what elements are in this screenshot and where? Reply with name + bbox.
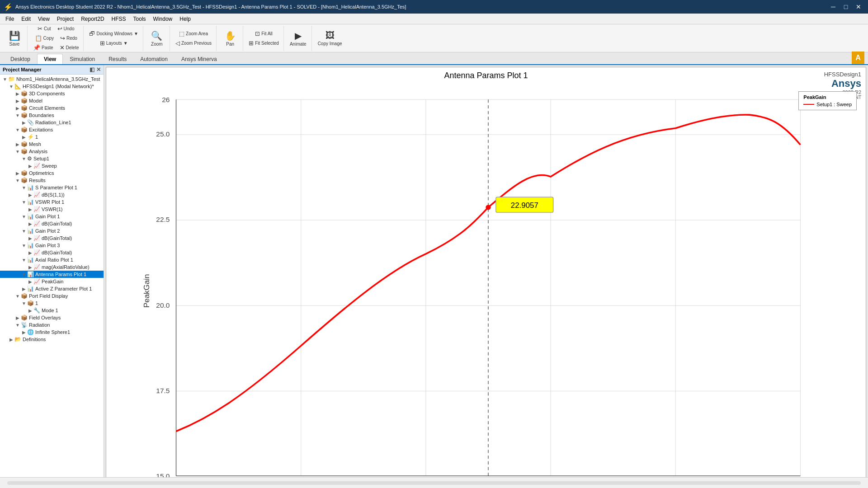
expand-activezplot1[interactable]: ▶ xyxy=(21,286,27,291)
expand-sparamplot1[interactable]: ▼ xyxy=(21,185,27,190)
expand-gainplot1[interactable]: ▼ xyxy=(21,214,27,219)
tree-node-portfield[interactable]: ▼📦Port Field Display xyxy=(0,292,104,300)
expand-gainplot3[interactable]: ▼ xyxy=(21,243,27,248)
tree-node-dbgain2[interactable]: ▶📈dB(GainTotal) xyxy=(0,235,104,242)
tree-node-activezplot1[interactable]: ▶📊Active Z Parameter Plot 1 xyxy=(0,285,104,292)
tree-node-sweep[interactable]: ▶📈Sweep xyxy=(0,162,104,169)
tree-node-mesh[interactable]: ▶📦Mesh xyxy=(0,141,104,148)
expand-analysis[interactable]: ▼ xyxy=(14,149,21,154)
fit-all-button[interactable]: ⊡ Fit All xyxy=(252,29,275,38)
expand-radiation_line1[interactable]: ▶ xyxy=(21,120,27,125)
animate-button[interactable]: ▶ Animate xyxy=(287,29,310,48)
undo-button[interactable]: ↩ Undo xyxy=(55,24,77,33)
expand-axialplot1[interactable]: ▼ xyxy=(21,258,27,263)
menu-item-help[interactable]: Help xyxy=(176,15,194,23)
tree-node-radiation_line1[interactable]: ▶📎Radiation_Line1 xyxy=(0,119,104,126)
tree-node-fieldoverlays[interactable]: ▶📦Field Overlays xyxy=(0,314,104,321)
expand-gainplot2[interactable]: ▼ xyxy=(21,229,27,234)
fit-selected-button[interactable]: ⊞ Fit Selected xyxy=(246,38,282,48)
delete-button[interactable]: ✕ Delete xyxy=(57,43,82,52)
tree-node-antennaplot1[interactable]: ▼📊Antenna Params Plot 1 xyxy=(0,271,104,278)
expand-mode1[interactable]: ▶ xyxy=(27,308,33,313)
tree-node-exc1[interactable]: ▶⚡1 xyxy=(0,133,104,141)
expand-excitations[interactable]: ▼ xyxy=(14,127,21,132)
menu-item-project[interactable]: Project xyxy=(53,15,77,23)
docking-windows-button[interactable]: 🗗 Docking Windows ▼ xyxy=(86,29,141,38)
copy-button[interactable]: 📋 Copy xyxy=(32,33,57,43)
tree-node-mode1[interactable]: ▶🔧Mode 1 xyxy=(0,307,104,314)
menu-item-report2d[interactable]: Report2D xyxy=(77,15,108,23)
expand-hfssdesign[interactable]: ▼ xyxy=(8,84,14,89)
menu-item-hfss[interactable]: HFSS xyxy=(108,15,130,23)
tree-node-portfield1[interactable]: ▼📦1 xyxy=(0,300,104,307)
expand-peakgain[interactable]: ▶ xyxy=(27,279,33,284)
expand-circuit[interactable]: ▶ xyxy=(14,106,21,111)
tree-node-definitions[interactable]: ▶📂Definitions xyxy=(0,336,104,343)
menu-item-file[interactable]: File xyxy=(2,15,18,23)
tree-root[interactable]: ▼📁Nhom1_HelicalAntenna_3.5GHz_Test xyxy=(0,75,104,83)
tree-node-vswr1[interactable]: ▼📊VSWR Plot 1 xyxy=(0,198,104,206)
tree-node-axialval[interactable]: ▶📈mag(AxialRatioValue) xyxy=(0,263,104,271)
menu-item-tools[interactable]: Tools xyxy=(130,15,150,23)
tab-desktop[interactable]: Desktop xyxy=(4,54,37,64)
expand-dbgain2[interactable]: ▶ xyxy=(27,236,33,241)
pm-close-button[interactable]: ✕ xyxy=(96,66,101,73)
tree-node-axialplot1[interactable]: ▼📊Axial Ratio Plot 1 xyxy=(0,256,104,263)
tab-automation[interactable]: Automation xyxy=(133,54,175,64)
pan-button[interactable]: ✋ Pan xyxy=(219,29,241,48)
tab-ansys-minerva[interactable]: Ansys Minerva xyxy=(175,54,224,64)
expand-dbgain1[interactable]: ▶ xyxy=(27,221,33,226)
expand-optimetrics[interactable]: ▶ xyxy=(14,171,21,176)
expand-vswr1[interactable]: ▼ xyxy=(21,200,27,205)
menu-item-edit[interactable]: Edit xyxy=(18,15,34,23)
cut-button[interactable]: ✂ Cut xyxy=(35,24,54,33)
expand-dbgain3[interactable]: ▶ xyxy=(27,250,33,255)
zoom-previous-button[interactable]: ◁ Zoom Previous xyxy=(173,38,214,48)
layouts-button[interactable]: ⊞ Layouts ▼ xyxy=(97,38,131,48)
tree-node-optimetrics[interactable]: ▶📦Optimetrics xyxy=(0,169,104,177)
expand-boundaries[interactable]: ▼ xyxy=(14,113,21,118)
expand-sweep[interactable]: ▶ xyxy=(27,164,33,169)
expand-portfield1[interactable]: ▼ xyxy=(21,301,27,306)
expand-dbs11[interactable]: ▶ xyxy=(27,192,33,197)
tree-node-boundaries[interactable]: ▼📦Boundaries xyxy=(0,112,104,119)
expand-antennaplot1[interactable]: ▼ xyxy=(21,272,27,277)
tab-simulation[interactable]: Simulation xyxy=(63,54,102,64)
tree-node-circuit[interactable]: ▶📦Circuit Elements xyxy=(0,104,104,112)
tree-node-dbgain3[interactable]: ▶📈dB(GainTotal) xyxy=(0,249,104,256)
expand-axialval[interactable]: ▶ xyxy=(27,265,33,270)
tree-node-peakgain[interactable]: ▶📈PeakGain xyxy=(0,278,104,285)
expand-3dcomp[interactable]: ▶ xyxy=(14,91,21,96)
tree-node-gainplot3[interactable]: ▼📊Gain Plot 3 xyxy=(0,242,104,249)
expand-vswr_val[interactable]: ▶ xyxy=(27,207,33,212)
tree-node-infinitesphere1[interactable]: ▶🌐Infinite Sphere1 xyxy=(0,328,104,336)
redo-button[interactable]: ↪ Redo xyxy=(57,33,80,43)
tree-node-vswr_val[interactable]: ▶📈VSWR(1) xyxy=(0,206,104,213)
tree-node-hfssdesign[interactable]: ▼📐HFSSDesign1 (Modal Network)* xyxy=(0,83,104,90)
expand-exc1[interactable]: ▶ xyxy=(21,135,27,140)
tree-node-analysis[interactable]: ▼📦Analysis xyxy=(0,148,104,155)
copy-image-button[interactable]: 🖼 Copy Image xyxy=(315,29,345,47)
tree-node-dbs11[interactable]: ▶📈dB(S(1,1)) xyxy=(0,191,104,198)
menu-item-window[interactable]: Window xyxy=(150,15,176,23)
tree-node-3dcomp[interactable]: ▶📦3D Components xyxy=(0,90,104,97)
maximize-button[interactable]: □ xyxy=(840,2,852,11)
scrollbar-track[interactable] xyxy=(7,481,861,485)
paste-button[interactable]: 📌 Paste xyxy=(30,43,56,52)
tree-node-model[interactable]: ▶📦Model xyxy=(0,97,104,104)
tab-results[interactable]: Results xyxy=(102,54,133,64)
zoom-area-button[interactable]: ⬚ Zoom Area xyxy=(176,29,211,38)
tree-node-dbgain1[interactable]: ▶📈dB(GainTotal) xyxy=(0,220,104,227)
tree-node-results[interactable]: ▼📦Results xyxy=(0,177,104,184)
save-button[interactable]: 💾 Save xyxy=(4,29,25,48)
tab-view[interactable]: View xyxy=(37,54,63,64)
tree-node-gainplot1[interactable]: ▼📊Gain Plot 1 xyxy=(0,213,104,220)
expand-setup1[interactable]: ▼ xyxy=(21,156,27,161)
pm-dock-button[interactable]: ◧ xyxy=(90,66,94,73)
zoom-button[interactable]: 🔍 Zoom xyxy=(146,29,168,48)
expand-portfield[interactable]: ▼ xyxy=(14,294,21,299)
expand-mesh[interactable]: ▶ xyxy=(14,142,21,147)
expand-definitions[interactable]: ▶ xyxy=(8,337,14,342)
close-button[interactable]: ✕ xyxy=(853,2,864,11)
expand-radiation[interactable]: ▼ xyxy=(14,323,21,328)
